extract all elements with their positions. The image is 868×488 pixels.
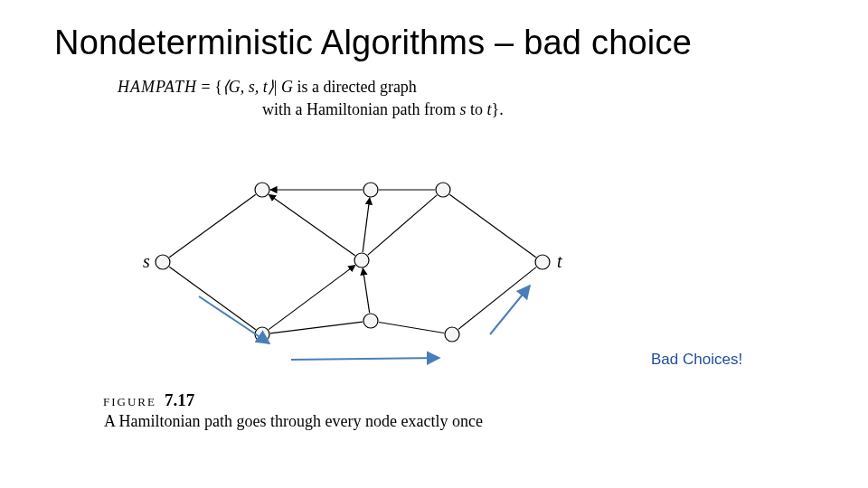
figure-word: FIGURE — [103, 395, 156, 408]
graph-node-c — [436, 183, 450, 197]
graph-edge — [363, 268, 369, 313]
graph-edge — [363, 198, 370, 252]
graph-node-t — [535, 255, 550, 269]
figure-number: 7.17 — [165, 390, 194, 409]
equals: = { — [202, 78, 222, 96]
graph-figure: st — [136, 163, 570, 371]
bad-choice-arrow-0 — [199, 296, 269, 343]
graph-node-b — [363, 183, 378, 197]
graph-edge — [169, 194, 255, 257]
figure-label: FIGURE 7.17 — [103, 390, 194, 410]
graph-edge — [379, 322, 444, 333]
tuple-gst: ⟨G, s, t⟩ — [222, 78, 274, 96]
hampath-lhs: HAMPATH — [118, 78, 197, 96]
graph-edge — [449, 194, 535, 257]
graph-edge — [169, 267, 255, 329]
graph-node-d — [354, 253, 369, 267]
node-label-s: s — [143, 251, 150, 271]
graph-node-a — [255, 183, 269, 197]
to-word: to — [466, 100, 486, 118]
node-label-t: t — [557, 251, 562, 271]
graph-edge — [270, 322, 363, 333]
bad-choice-arrow-2 — [490, 286, 530, 334]
graph-edge — [269, 265, 355, 329]
figure-caption: A Hamiltonian path goes through every no… — [104, 412, 483, 431]
slide-title: Nondeterministic Algorithms – bad choice — [54, 23, 692, 62]
def-text1: is a directed graph — [293, 78, 417, 96]
graph-edge — [368, 195, 437, 255]
hampath-definition: HAMPATH = {⟨G, s, t⟩| G is a directed gr… — [118, 76, 504, 121]
graph-node-g — [445, 327, 459, 342]
graph-node-f — [363, 314, 378, 328]
pipe: | — [274, 78, 281, 96]
graph-edge — [269, 194, 354, 256]
graph-node-s — [156, 255, 170, 269]
graph-edge — [458, 267, 536, 330]
def-period: }. — [492, 100, 504, 118]
bad-choice-arrow-1 — [291, 358, 439, 360]
letter-g: G — [281, 78, 293, 96]
def-text2: with a Hamiltonian path from — [262, 100, 459, 118]
bad-choices-annotation: Bad Choices! — [651, 351, 742, 369]
